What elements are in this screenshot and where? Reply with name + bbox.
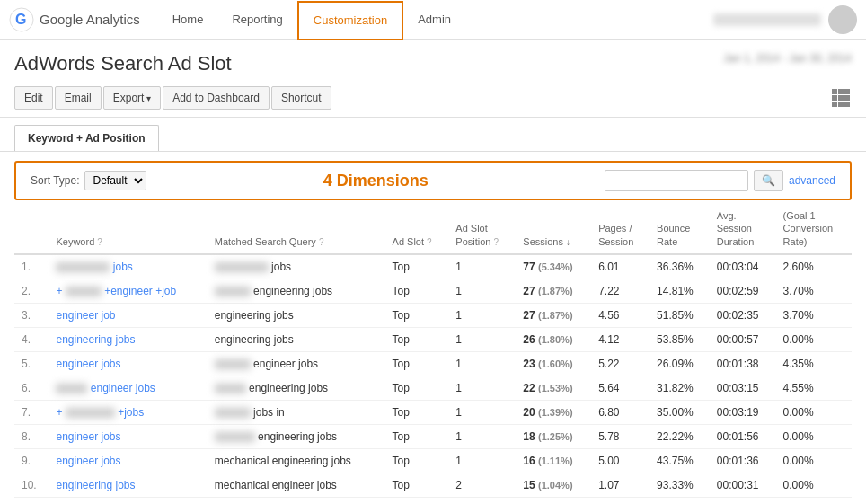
- table-row: 5.engineer jobs engineer jobsTop123 (1.6…: [14, 351, 852, 376]
- conversion-cell: 4.55%: [776, 376, 852, 400]
- sessions-cell: 15 (1.04%): [516, 473, 591, 497]
- keyword-help-icon: ?: [97, 237, 102, 247]
- keyword-cell[interactable]: engineer jobs: [49, 376, 207, 400]
- pages-session-cell: 5.64: [591, 376, 650, 400]
- position-help-icon: ?: [494, 237, 499, 247]
- keyword-cell[interactable]: engineering jobs: [49, 473, 207, 497]
- col-ad-slot[interactable]: Ad Slot ?: [385, 204, 449, 254]
- avg-duration-cell: 00:01:36: [710, 448, 776, 473]
- sessions-cell: 22 (1.53%): [516, 376, 591, 400]
- bounce-rate-cell: 26.09%: [650, 351, 710, 376]
- svg-text:G: G: [15, 12, 26, 27]
- nav-customization[interactable]: Customization: [297, 1, 403, 40]
- bounce-rate-cell: 43.75%: [650, 448, 710, 473]
- ad-slot-cell: Top: [385, 351, 449, 376]
- avatar[interactable]: [828, 5, 857, 34]
- conversion-cell: 0.00%: [776, 400, 852, 424]
- row-number: 4.: [14, 327, 49, 351]
- sort-select[interactable]: Default: [84, 171, 146, 190]
- bounce-rate-cell: 22.22%: [650, 424, 710, 448]
- col-matched-query[interactable]: Matched Search Query ?: [208, 204, 385, 254]
- sessions-cell: 27 (1.87%): [516, 279, 591, 303]
- keyword-cell[interactable]: jobs: [49, 254, 207, 279]
- ad-slot-cell: Top: [385, 400, 449, 424]
- row-number: 9.: [14, 448, 49, 473]
- matched-query-cell: engineering jobs: [208, 327, 385, 351]
- keyword-cell[interactable]: engineering jobs: [49, 327, 207, 351]
- avg-duration-cell: 00:03:15: [710, 376, 776, 400]
- position-cell: 1: [448, 279, 516, 303]
- account-name: [713, 13, 821, 26]
- grid-view-icon[interactable]: [830, 87, 852, 109]
- nav-right: [713, 5, 857, 34]
- sessions-cell: 77 (5.34%): [516, 254, 591, 279]
- table-row: 8.engineer jobs engineering jobsTop118 (…: [14, 424, 852, 448]
- position-cell: 1: [448, 303, 516, 327]
- position-cell: 2: [448, 473, 516, 497]
- col-bounce-rate[interactable]: BounceRate: [650, 204, 710, 254]
- row-number: 10.: [14, 473, 49, 497]
- ad-slot-cell: Top: [385, 279, 449, 303]
- matched-query-cell: engineer jobs: [208, 351, 385, 376]
- pages-session-cell: 5.00: [591, 448, 650, 473]
- ad-slot-cell: Top: [385, 303, 449, 327]
- advanced-link[interactable]: advanced: [789, 174, 835, 187]
- row-number: 5.: [14, 351, 49, 376]
- sessions-cell: 20 (1.39%): [516, 400, 591, 424]
- keyword-cell[interactable]: + +jobs: [49, 400, 207, 424]
- nav-reporting[interactable]: Reporting: [217, 0, 296, 40]
- position-cell: 1: [448, 351, 516, 376]
- edit-button[interactable]: Edit: [14, 86, 53, 110]
- keyword-cell[interactable]: engineer jobs: [49, 424, 207, 448]
- avg-duration-cell: 00:01:56: [710, 424, 776, 448]
- conversion-cell: 0.00%: [776, 448, 852, 473]
- date-range: Jan 1, 2014 - Jan 30, 2014: [723, 52, 852, 65]
- nav-admin[interactable]: Admin: [403, 0, 465, 40]
- ad-slot-cell: Top: [385, 376, 449, 400]
- export-button[interactable]: Export: [103, 86, 161, 110]
- keyword-cell[interactable]: engineer job: [49, 303, 207, 327]
- keyword-cell[interactable]: + +engineer +job: [49, 279, 207, 303]
- conversion-cell: 0.00%: [776, 473, 852, 497]
- matched-query-cell: engineering jobs: [208, 303, 385, 327]
- avg-duration-cell: 00:02:59: [710, 279, 776, 303]
- matched-query-cell: mechanical engineering jobs: [208, 448, 385, 473]
- conversion-cell: 0.00%: [776, 327, 852, 351]
- keyword-cell[interactable]: engineer jobs: [49, 448, 207, 473]
- col-keyword[interactable]: Keyword ?: [49, 204, 207, 254]
- pages-session-cell: 4.56: [591, 303, 650, 327]
- email-button[interactable]: Email: [55, 86, 102, 110]
- search-button[interactable]: 🔍: [754, 170, 783, 191]
- sessions-cell: 23 (1.60%): [516, 351, 591, 376]
- toolbar-left: Edit Email Export Add to Dashboard Short…: [14, 86, 331, 110]
- add-dashboard-button[interactable]: Add to Dashboard: [163, 86, 270, 110]
- logo-text: Google Analytics: [40, 12, 140, 27]
- search-input[interactable]: [605, 170, 748, 191]
- table-row: 10.engineering jobsmechanical engineer j…: [14, 473, 852, 497]
- keyword-cell[interactable]: engineer jobs: [49, 351, 207, 376]
- ad-slot-cell: Top: [385, 473, 449, 497]
- tab-keyword-ad-position[interactable]: Keyword + Ad Position: [14, 125, 159, 151]
- row-number: 1.: [14, 254, 49, 279]
- nav-home[interactable]: Home: [158, 0, 218, 40]
- pages-session-cell: 1.07: [591, 473, 650, 497]
- col-conversion[interactable]: (Goal 1ConversionRate): [776, 204, 852, 254]
- col-ad-slot-position[interactable]: Ad SlotPosition ?: [448, 204, 516, 254]
- ad-slot-cell: Top: [385, 424, 449, 448]
- col-pages-session[interactable]: Pages /Session: [591, 204, 650, 254]
- avg-duration-cell: 00:00:57: [710, 327, 776, 351]
- matched-help-icon: ?: [319, 237, 324, 247]
- row-number: 2.: [14, 279, 49, 303]
- sessions-cell: 16 (1.11%): [516, 448, 591, 473]
- position-cell: 1: [448, 400, 516, 424]
- nav-links: Home Reporting Customization Admin: [158, 0, 713, 40]
- matched-query-cell: engineering jobs: [208, 279, 385, 303]
- avg-duration-cell: 00:02:35: [710, 303, 776, 327]
- col-sessions[interactable]: Sessions ↓: [516, 204, 591, 254]
- google-logo-icon: G: [9, 7, 34, 32]
- top-navigation: G Google Analytics Home Reporting Custom…: [0, 0, 866, 40]
- shortcut-button[interactable]: Shortcut: [271, 86, 331, 110]
- adslot-help-icon: ?: [427, 237, 432, 247]
- col-avg-duration[interactable]: Avg.SessionDuration: [710, 204, 776, 254]
- row-number: 3.: [14, 303, 49, 327]
